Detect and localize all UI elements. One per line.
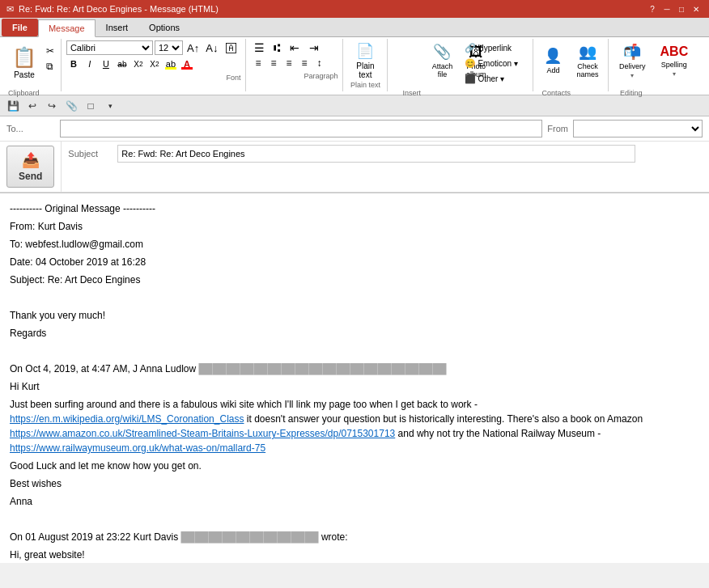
editing-label: Editing	[620, 89, 643, 97]
highlight-button[interactable]: ab	[163, 56, 178, 72]
hyperlink-icon: 🔗	[465, 43, 476, 53]
plaintext-label: Plain text	[350, 81, 380, 89]
font-color-button[interactable]: A	[180, 56, 194, 72]
align-left-button[interactable]: ≡	[251, 56, 265, 70]
maximize-button[interactable]: □	[675, 2, 688, 15]
window-title: Re: Fwd: Re: Art Deco Engines - Message …	[19, 4, 219, 14]
subject-label: Subject	[68, 149, 113, 159]
strikethrough-button[interactable]: ab	[115, 57, 129, 71]
quote2-header: On 01 August 2019 at 23:22 Kurt Davis ██…	[10, 530, 699, 544]
ribbon-group-clipboard: 📋 Paste ✂ ⧉ Clipboard	[3, 39, 62, 91]
numbering-button[interactable]: ⑆	[270, 40, 284, 55]
copy-button[interactable]: ⧉	[42, 59, 58, 74]
ribbon-group-contacts: 👤 Add 👥 Checknames Contacts	[533, 39, 609, 91]
attach-file-button[interactable]: 📎 Attachfile	[427, 40, 459, 81]
minimize-button[interactable]: ─	[660, 2, 673, 15]
hi-line: Hi Kurt	[10, 379, 699, 394]
from-line: From: Kurt Davis	[10, 219, 699, 234]
title-bar-controls: ? ─ □ ✕	[646, 2, 703, 15]
original-message-separator: ---------- Original Message ----------	[10, 201, 699, 216]
to-line: To: webfest.ludlow@gmail.com	[10, 237, 699, 252]
font-family-select[interactable]: Calibri	[66, 40, 153, 55]
quote-header: On Oct 4, 2019, at 4:47 AM, J Anna Ludlo…	[10, 362, 699, 376]
save-quick-button[interactable]: 💾	[5, 98, 21, 114]
cut-icon: ✂	[46, 45, 54, 57]
ribbon-group-font: Calibri 12 A↑ A↓ 🄰 B I U ab X2 X2 ab	[62, 39, 247, 91]
from-select[interactable]	[573, 120, 703, 137]
grow-font-button[interactable]: A↑	[185, 40, 202, 55]
good-luck: Good Luck and let me know how you get on…	[10, 459, 699, 473]
app-icon: ✉	[6, 4, 14, 15]
increase-indent-button[interactable]: ⇥	[305, 40, 323, 55]
body2: Regards	[10, 326, 699, 341]
underline-button[interactable]: U	[99, 57, 113, 71]
tab-bar: File Message Insert Options	[0, 18, 709, 37]
add-contact-button[interactable]: 👤 Add	[538, 40, 567, 81]
tab-message[interactable]: Message	[38, 19, 96, 37]
subject-line: Subject: Re: Art Deco Engines	[10, 273, 699, 287]
ribbon-group-editing: 📬 Delivery ▾ ABC Spelling ▾ Editing	[609, 39, 706, 91]
italic-button[interactable]: I	[83, 57, 97, 71]
align-center-button[interactable]: ≡	[266, 56, 280, 70]
title-bar-left: ✉ Re: Fwd: Re: Art Deco Engines - Messag…	[6, 4, 219, 15]
ribbon-group-plaintext: 📄 Plaintext Plain text	[343, 39, 388, 91]
close-button[interactable]: ✕	[690, 2, 703, 15]
check-names-button[interactable]: 👥 Checknames	[571, 40, 604, 81]
title-bar: ✉ Re: Fwd: Re: Art Deco Engines - Messag…	[0, 0, 709, 18]
clipboard-label: Clipboard	[8, 89, 40, 97]
amazon-link[interactable]: https://www.amazon.co.uk/Streamlined-Ste…	[10, 428, 395, 439]
anna: Anna	[10, 494, 699, 509]
font-label: Font	[226, 74, 240, 82]
quick-access-toolbar: 💾 ↩ ↪ 📎 □ ▾	[0, 95, 709, 116]
justify-button[interactable]: ≡	[297, 56, 311, 70]
para1: Just been surfing around and there is a …	[10, 397, 699, 455]
help-button[interactable]: ?	[646, 2, 659, 15]
insert-label: Insert	[402, 89, 421, 97]
other-icon: ⬛	[465, 74, 476, 84]
decrease-indent-button[interactable]: ⇤	[286, 40, 304, 55]
align-right-button[interactable]: ≡	[282, 56, 295, 70]
copy-icon: ⧉	[46, 61, 53, 72]
font-size-select[interactable]: 12	[155, 40, 183, 55]
tab-options[interactable]: Options	[138, 19, 190, 36]
hi-great: Hi, great website!	[10, 548, 699, 562]
plain-text-button[interactable]: 📄 Plaintext	[350, 40, 380, 81]
send-button[interactable]: 📤 Send	[6, 146, 54, 188]
superscript-button[interactable]: X2	[147, 57, 162, 71]
clear-format-button[interactable]: 🄰	[222, 40, 240, 55]
tab-insert[interactable]: Insert	[96, 19, 139, 36]
undo-quick-button[interactable]: ↩	[24, 98, 40, 114]
to-label: To...	[6, 124, 55, 133]
wiki-link[interactable]: https://en.m.wikipedia.org/wiki/LMS_Coro…	[10, 413, 244, 425]
body1: Thank you very much!	[10, 308, 699, 323]
tab-file[interactable]: File	[2, 19, 38, 36]
shrink-font-button[interactable]: A↓	[203, 40, 220, 55]
more-quick-button[interactable]: ▾	[102, 98, 118, 114]
best-wishes: Best wishes	[10, 476, 699, 491]
bullets-button[interactable]: ☰	[251, 40, 268, 55]
ribbon: 📋 Paste ✂ ⧉ Clipboard Calibri 12 A↑	[0, 37, 709, 95]
attach-quick-button[interactable]: 📎	[63, 98, 79, 114]
contacts-label: Contacts	[541, 89, 571, 97]
subscript-button[interactable]: X2	[131, 57, 146, 71]
emoticon-button[interactable]: 😊 Emoticon ▾	[461, 56, 525, 70]
email-compose-area: To... From 📤 Send Subject	[0, 116, 709, 193]
paragraph-label: Paragraph	[304, 72, 338, 80]
redo-quick-button[interactable]: ↪	[44, 98, 60, 114]
to-input[interactable]	[60, 120, 542, 137]
hyperlink-button[interactable]: 🔗 Hyperlink	[461, 40, 525, 55]
date-line: Date: 04 October 2019 at 16:28	[10, 255, 699, 269]
delivery-button[interactable]: 📬 Delivery ▾	[613, 40, 652, 81]
ribbon-group-insert: 📎 Attachfile 🖼 Photoalbum 🔗 Hyperlink 😊 …	[388, 39, 533, 91]
line-spacing-button[interactable]: ↕	[312, 56, 325, 70]
bold-button[interactable]: B	[66, 57, 81, 71]
cut-button[interactable]: ✂	[42, 44, 58, 58]
new-quick-button[interactable]: □	[83, 98, 99, 114]
other-button[interactable]: ⬛ Other ▾	[461, 71, 525, 86]
ribbon-group-paragraph: ☰ ⑆ ⇤ ⇥ ≡ ≡ ≡ ≡ ↕ Paragraph	[246, 39, 343, 91]
spelling-button[interactable]: ABC Spelling ▾	[655, 40, 694, 81]
railway-link[interactable]: https://www.railwaymuseum.org.uk/what-wa…	[10, 442, 265, 454]
paste-button[interactable]: 📋 Paste	[6, 40, 42, 84]
emoticon-icon: 😊	[465, 58, 476, 69]
subject-input[interactable]	[117, 145, 635, 163]
